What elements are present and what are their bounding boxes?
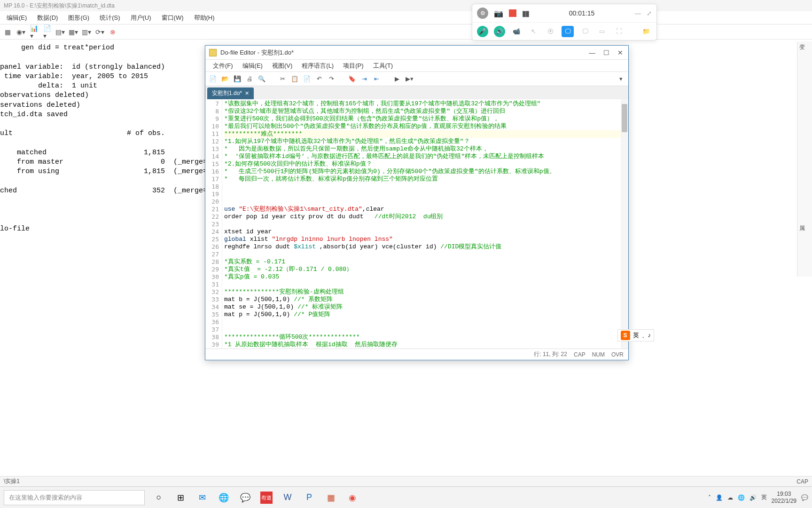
recorder-expand-icon[interactable]: ⤢ [647,10,652,17]
menu-statistics[interactable]: 统计(S) [96,12,124,24]
code-area[interactable]: *该数据集中，处理组有32个城市，控制组有165个城市，我们需要从197个城市中… [222,99,628,349]
screen-recorder[interactable]: ⚙ 📷 ▮▮ 00:01:15 — ⤢ 🎤 🔊 📹 ↖ ⦿ 🖵 🖵 ▭ ⛶ 📁 [472,4,657,40]
tray-clock[interactable]: 19:03 2022/1/29 [772,491,796,504]
spreadsheet-icon[interactable]: ▦▾ [70,28,77,36]
menu-help[interactable]: 帮助(H) [190,12,219,24]
rightpanel-var[interactable]: 变 [797,41,812,53]
undo-icon[interactable]: ↶ [315,75,323,83]
cursor-icon[interactable]: ↖ [528,26,539,37]
tray-up-icon[interactable]: ˄ [708,494,711,501]
stop-record-button[interactable] [509,9,516,17]
menu-window[interactable]: 窗口(W) [158,12,187,24]
view-icon[interactable]: ◉▾ [17,28,24,36]
stata-icon[interactable]: ▦ [324,491,337,504]
num-indicator: NUM [592,351,605,358]
taskview-icon[interactable]: ⊞ [174,491,187,504]
camera-icon[interactable]: 📷 [494,9,503,18]
menu-user[interactable]: 用户(U) [127,12,155,24]
tray-vol-icon[interactable]: 🔊 [750,494,757,501]
dofile-menu-view[interactable]: 视图(V) [268,61,296,71]
mail-icon[interactable]: ✉ [195,491,209,504]
ime-extra-icons[interactable]: 、♪ [642,331,651,340]
word-icon[interactable]: W [281,491,294,504]
webcam2-icon[interactable]: ⦿ [545,26,556,37]
recorder-app-icon[interactable]: ◉ [346,491,359,504]
indent-icon[interactable]: ⇥ [360,75,368,83]
right-panel: 变 属 [797,41,812,277]
menu-edit[interactable]: 编辑(E) [3,12,31,24]
redo-icon[interactable]: ↷ [328,75,335,83]
ime-bar[interactable]: S 英 、♪ [617,329,655,341]
dofile-menu-edit[interactable]: 编辑(E) [239,61,266,71]
doc-icon[interactable]: 📄▾ [43,28,51,36]
mic-icon[interactable]: 🎤 [477,26,488,37]
wechat-icon[interactable]: 💬 [239,491,252,504]
tray-people-icon[interactable]: 👤 [716,494,723,501]
dofile-statusbar: 行: 11, 列: 22 CAP NUM OVR [205,349,628,360]
dofile-titlebar[interactable]: Do-file Editor - 安慰剂1.do* — ☐ ✕ [205,46,628,60]
chrome-icon[interactable]: 🌐 [217,491,230,504]
pause-button[interactable]: ▮▮ [522,9,529,18]
folder-icon[interactable]: 📁 [640,26,652,37]
recorder-settings-icon[interactable]: ⚙ [477,8,488,19]
cortana-icon[interactable]: ○ [152,491,165,504]
new-icon[interactable]: 📄 [209,75,217,83]
ovr-indicator: OVR [611,351,624,358]
pdf-icon[interactable]: P [303,491,316,504]
save-icon[interactable]: 💾 [234,75,241,83]
cursor-position: 行: 11, 列: 22 [534,350,567,358]
tray-cloud-icon[interactable]: ☁ [727,494,733,501]
run-lines-icon[interactable]: ▶▾ [406,75,413,83]
webcam-off-icon[interactable]: 📹 [511,26,522,37]
cut-icon[interactable]: ✂ [279,75,286,83]
rightpanel-prop[interactable]: 属 [797,222,812,234]
taskbar-search[interactable]: 在这里输入你要搜索的内容 [4,490,145,505]
system-tray: ˄ 👤 ☁ 🌐 🔊 英 19:03 2022/1/29 💬 [708,491,812,504]
scrollbar-thumb[interactable] [622,104,627,132]
scrollbar-track[interactable] [621,99,628,349]
app-statusbar: \实操1 CAP [0,476,812,486]
maximize-button[interactable]: ☐ [602,49,610,56]
region-icon[interactable]: ▭ [596,26,608,37]
open-icon[interactable]: 📂 [221,75,229,83]
ime-lang[interactable]: 英 [633,331,639,340]
tray-ime-icon[interactable]: 英 [761,493,767,501]
recorder-minimize-icon[interactable]: — [635,10,641,17]
chart-icon[interactable]: 📊▾ [30,28,38,36]
run-icon[interactable]: ▶ [393,75,401,83]
sogou-icon[interactable]: S [621,331,630,340]
dofile-menu-project[interactable]: 项目(P) [339,61,367,71]
dofile-menu-lang[interactable]: 程序语言(L) [298,61,337,71]
menu-data[interactable]: 数据(D) [33,12,62,24]
app-titlebar: MP 16.0 - E:\安慰剂检验\实操1\match_id.dta [0,0,812,11]
dofile-menu-tools[interactable]: 工具(T) [369,61,397,71]
datagrid-icon[interactable]: ▤▾ [56,28,64,36]
menu-graphics[interactable]: 图形(G) [64,12,93,24]
tray-net-icon[interactable]: 🌐 [738,494,745,501]
dofile-tab-active[interactable]: 安慰剂1.do* ✕ [207,87,254,99]
bookmark-icon[interactable]: 🔖 [348,75,356,83]
tray-notif-icon[interactable]: 💬 [801,494,808,501]
tab-close-icon[interactable]: ✕ [245,90,249,96]
table-icon[interactable]: ▥▾ [83,28,90,36]
line-gutter: 7891011121314151617181920212223242526272… [205,99,222,349]
fullscreen-icon[interactable]: ⛶ [613,26,625,37]
copy-icon[interactable]: 📋 [291,75,298,83]
screen-icon[interactable]: 🖵 [562,26,574,37]
youdao-icon[interactable]: 有道 [260,492,273,504]
dofile-tabstrip: 安慰剂1.do* ✕ [205,86,628,99]
paste-icon[interactable]: 📄 [303,75,311,83]
cap-indicator: CAP [574,351,586,358]
search-icon[interactable]: 🔍 [258,75,265,83]
outdent-icon[interactable]: ⇤ [373,75,380,83]
dofile-menu-file[interactable]: 文件(F) [209,61,237,71]
dropdown-icon[interactable]: ▾ [617,75,625,83]
stop-icon[interactable]: ⊗ [109,28,117,36]
file-icon[interactable]: ▦ [4,28,11,36]
close-button[interactable]: ✕ [616,49,625,56]
minimize-button[interactable]: — [588,49,596,56]
monitor-icon[interactable]: 🖵 [579,26,591,37]
refresh-icon[interactable]: ⟳▾ [96,28,103,36]
print-icon[interactable]: 🖨 [246,75,253,83]
speaker-icon[interactable]: 🔊 [494,26,505,37]
